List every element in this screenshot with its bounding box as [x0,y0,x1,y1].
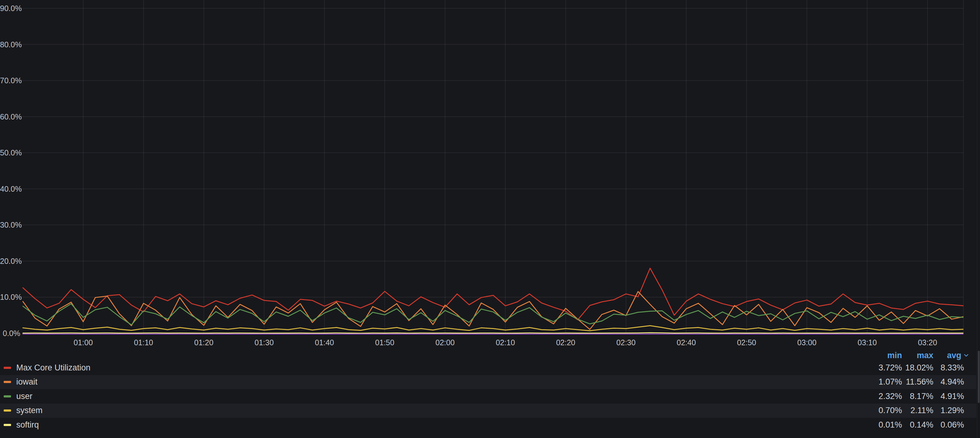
legend-column-avg[interactable]: avg [933,351,970,360]
series-min-value: 0.70% [871,406,902,415]
series-avg-value: 4.91% [933,392,964,401]
y-axis-tick-label: 70.0% [0,76,20,85]
series-color-swatch[interactable] [4,367,11,369]
series-color-swatch[interactable] [4,381,11,383]
series-color-swatch[interactable] [4,395,11,397]
y-axis-tick-label: 10.0% [0,292,20,302]
x-axis-tick-label: 01:10 [122,338,165,347]
series-label[interactable]: Max Core Utilization [16,363,871,373]
legend-row: softirq 0.01% 0.14% 0.06% [0,418,976,432]
series-avg-value: 1.29% [933,406,964,415]
x-axis-tick-label: 01:00 [62,338,105,347]
time-series-plot-area[interactable] [0,0,980,350]
x-axis-tick-label: 02:10 [484,338,527,347]
x-axis-tick-label: 02:40 [665,338,708,347]
series-min-value: 2.32% [871,392,902,401]
series-max-value: 8.17% [902,392,933,401]
x-axis-tick-label: 01:20 [182,338,225,347]
series-line-system [23,326,964,331]
x-axis-tick-label: 01:50 [363,338,406,347]
x-axis-tick-label: 03:10 [846,338,889,347]
legend-table: min max avg Max Core Utilization 3.72% 1… [0,350,976,432]
sort-desc-chevron-icon [963,352,970,359]
series-color-swatch[interactable] [4,424,11,426]
series-min-value: 1.07% [871,377,902,387]
series-avg-value: 8.33% [933,363,964,373]
scrollbar-track[interactable] [977,0,977,438]
legend-header-row: min max avg [0,350,976,361]
series-label[interactable]: iowait [16,377,871,387]
series-max-value: 11.56% [902,377,933,387]
y-axis-tick-label: 50.0% [0,148,20,157]
y-axis-tick-label: 0.0% [0,329,20,338]
series-label[interactable]: softirq [16,420,871,430]
x-axis-tick-label: 03:20 [906,338,949,347]
series-line-user [23,304,964,325]
series-min-value: 0.01% [871,420,902,430]
y-axis-tick-label: 80.0% [0,40,20,49]
x-axis-tick-label: 01:30 [243,338,286,347]
legend-row: user 2.32% 8.17% 4.91% [0,389,976,404]
x-axis-tick-label: 02:20 [544,338,587,347]
y-axis-tick-label: 90.0% [0,4,20,13]
series-min-value: 3.72% [871,363,902,373]
y-axis-tick-label: 60.0% [0,112,20,121]
series-max-value: 18.02% [902,363,933,373]
x-axis-tick-label: 03:00 [785,338,828,347]
legend-row: Max Core Utilization 3.72% 18.02% 8.33% [0,361,976,375]
grid-lines [22,0,963,333]
x-axis-tick-label: 02:30 [605,338,648,347]
series-line-softirq [23,333,964,333]
y-axis-tick-label: 40.0% [0,184,20,194]
legend-column-max[interactable]: max [902,351,933,360]
x-axis-tick-label: 01:40 [303,338,346,347]
series-avg-value: 0.06% [933,420,964,430]
y-axis-tick-label: 20.0% [0,256,20,266]
series-label[interactable]: system [16,406,871,415]
x-axis-tick-label: 02:00 [424,338,467,347]
legend-column-avg-label: avg [947,351,961,360]
legend-column-min[interactable]: min [871,351,902,360]
series-max-value: 0.14% [902,420,933,430]
legend-row: system 0.70% 2.11% 1.29% [0,404,976,418]
series-color-swatch[interactable] [4,409,11,412]
legend-row: iowait 1.07% 11.56% 4.94% [0,375,976,389]
scrollbar-thumb[interactable] [978,351,980,403]
x-axis-tick-label: 02:50 [725,338,768,347]
y-axis-tick-label: 30.0% [0,220,20,229]
series-label[interactable]: user [16,392,871,401]
series-avg-value: 4.94% [933,377,964,387]
series-max-value: 2.11% [902,406,933,415]
grafana-time-series-panel: 0.0%10.0%20.0%30.0%40.0%50.0%60.0%70.0%8… [0,0,980,438]
